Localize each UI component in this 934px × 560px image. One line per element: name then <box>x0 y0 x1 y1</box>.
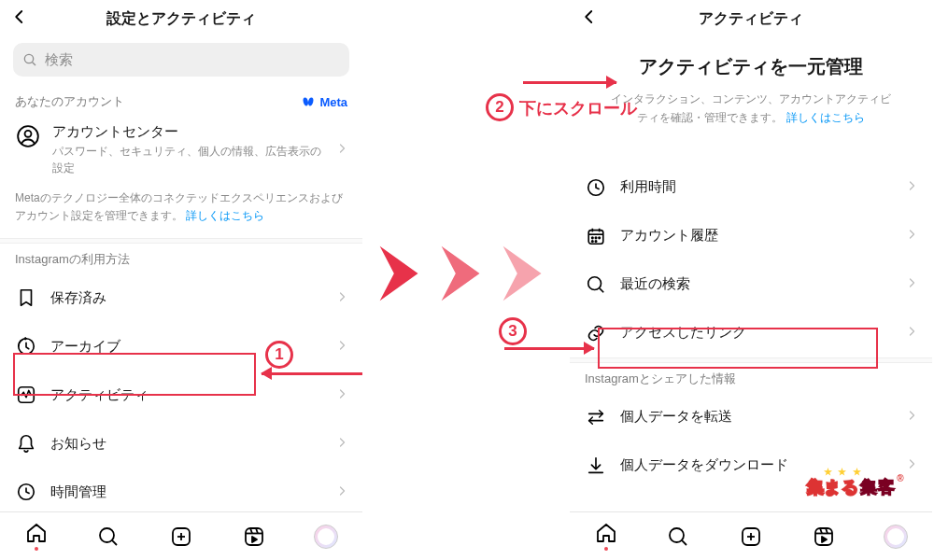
chevron-right-icon <box>906 275 917 293</box>
page-title: アクティビティ <box>603 9 899 29</box>
tab-home[interactable] <box>587 522 625 551</box>
transition-chevrons-icon <box>374 241 553 306</box>
svg-line-27 <box>600 288 603 292</box>
svg-point-22 <box>595 237 596 238</box>
annotation-highlight-3 <box>598 328 878 369</box>
chevron-right-icon <box>906 227 917 245</box>
annotation-number-1: 1 <box>265 341 293 369</box>
svg-point-23 <box>599 237 600 238</box>
tab-profile[interactable] <box>307 525 345 549</box>
svg-point-7 <box>100 528 114 542</box>
row-usage-time[interactable]: 利用時間 <box>570 163 932 212</box>
search-input[interactable]: 検索 <box>13 43 349 77</box>
annotation-highlight-1 <box>13 353 256 396</box>
tab-search[interactable] <box>659 525 697 548</box>
search-placeholder: 検索 <box>45 51 73 69</box>
bookmark-icon <box>15 287 37 309</box>
header: 設定とアクティビティ <box>0 0 362 37</box>
notification-dot-icon <box>35 547 38 551</box>
annotation-text-2: 下にスクロール <box>519 97 637 119</box>
chevron-right-icon <box>906 178 917 196</box>
settings-screen: 設定とアクティビティ 検索 あなたのアカウント Meta アカウントセンター パ… <box>0 0 362 560</box>
tab-profile[interactable] <box>877 525 914 549</box>
row-saved[interactable]: 保存済み <box>0 273 362 322</box>
annotation-number-2: 2 <box>486 93 514 121</box>
chevron-right-icon <box>336 141 347 159</box>
row-notifications[interactable]: お知らせ <box>0 419 362 468</box>
back-icon[interactable] <box>581 8 603 29</box>
usage-section-label: Instagramの利用方法 <box>0 244 362 273</box>
page-title: 設定とアクティビティ <box>34 9 329 29</box>
tab-bar <box>570 511 932 560</box>
transfer-icon <box>585 406 607 428</box>
clock-icon <box>585 176 607 199</box>
tab-create[interactable] <box>732 525 770 548</box>
annotation-arrow-2 <box>523 81 616 84</box>
svg-point-30 <box>670 528 684 542</box>
row-account-history[interactable]: アカウント履歴 <box>570 212 932 260</box>
row-recent-search[interactable]: 最近の検索 <box>570 260 932 309</box>
chevron-right-icon <box>336 338 347 356</box>
notification-dot-icon <box>604 547 608 551</box>
brand-watermark: ★ ★ ★ 集まる集客® <box>807 476 904 498</box>
svg-line-31 <box>683 540 687 545</box>
tab-search[interactable] <box>90 525 127 548</box>
chevron-right-icon <box>906 456 917 474</box>
your-account-section-label: あなたのアカウント Meta <box>0 86 362 116</box>
svg-point-24 <box>592 241 593 242</box>
svg-rect-35 <box>815 528 832 545</box>
chevron-right-icon <box>336 483 347 501</box>
tab-bar <box>0 511 362 560</box>
tab-reels[interactable] <box>805 525 842 548</box>
hero-title: アクティビティを一元管理 <box>607 52 895 80</box>
tab-create[interactable] <box>163 525 200 548</box>
svg-line-1 <box>33 63 35 65</box>
download-icon <box>585 455 607 477</box>
svg-point-26 <box>588 277 601 290</box>
account-center-note: Metaのテクノロジー全体のコネクテッドエクスペリエンスおよびアカウント設定を管… <box>0 186 362 238</box>
row-transfer[interactable]: 個人データを転送 <box>570 393 932 441</box>
svg-rect-12 <box>246 528 262 545</box>
avatar-icon <box>884 525 908 549</box>
hero-learn-more-link[interactable]: 詳しくはこちら <box>786 111 865 124</box>
annotation-number-3: 3 <box>499 317 527 345</box>
back-icon[interactable] <box>11 8 34 29</box>
svg-line-8 <box>113 540 118 545</box>
tab-home[interactable] <box>18 522 55 551</box>
chevron-right-icon <box>906 408 917 426</box>
meta-brand: Meta <box>301 95 347 109</box>
bell-icon <box>15 432 37 455</box>
header: アクティビティ <box>570 0 932 37</box>
account-icon <box>15 123 41 149</box>
account-center-title: アカウントセンター <box>52 123 325 141</box>
account-center-row[interactable]: アカウントセンター パスワード、セキュリティ、個人の情報、広告表示の設定 <box>0 116 362 186</box>
clock-icon <box>15 481 37 503</box>
tab-reels[interactable] <box>235 525 273 548</box>
svg-point-25 <box>595 241 596 242</box>
chevron-right-icon <box>336 435 347 453</box>
svg-point-3 <box>25 131 32 137</box>
avatar-icon <box>314 525 338 549</box>
activity-hero: アクティビティを一元管理 インタラクション、コンテンツ、アカウントアクティビティ… <box>570 37 932 135</box>
account-center-subtitle: パスワード、セキュリティ、個人の情報、広告表示の設定 <box>52 143 325 176</box>
search-icon <box>585 273 607 296</box>
chevron-right-icon <box>336 386 347 404</box>
svg-point-0 <box>24 54 33 63</box>
calendar-icon <box>585 225 607 247</box>
learn-more-link[interactable]: 詳しくはこちら <box>186 209 264 222</box>
annotation-arrow-1 <box>262 372 362 375</box>
chevron-right-icon <box>336 289 347 307</box>
chevron-right-icon <box>906 324 917 342</box>
annotation-arrow-3 <box>504 347 594 350</box>
svg-point-21 <box>592 237 593 238</box>
row-time[interactable]: 時間管理 <box>0 468 362 516</box>
